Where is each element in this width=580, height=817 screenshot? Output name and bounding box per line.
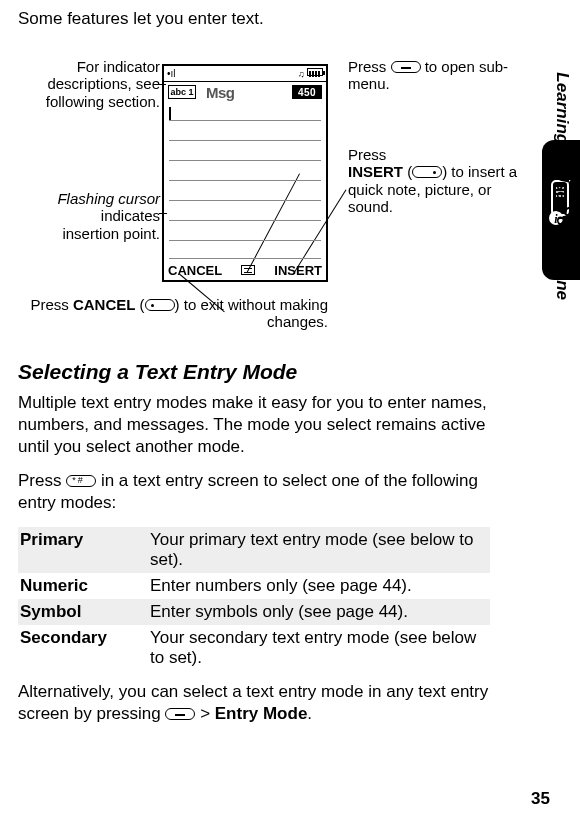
side-section-label: Learning to Use Your Phone bbox=[552, 72, 572, 300]
insert-pre: Press bbox=[348, 146, 386, 163]
entry-mode-table: Primary Your primary text entry mode (se… bbox=[18, 527, 490, 671]
cursor-rest: indicates insertion point. bbox=[62, 207, 160, 241]
table-row: Primary Your primary text entry mode (se… bbox=[18, 527, 490, 573]
left-softkey-icon bbox=[145, 299, 175, 311]
table-row: Secondary Your secondary text entry mode… bbox=[18, 625, 490, 671]
p3sep: > bbox=[195, 704, 214, 723]
callout-indicators: For indicator descriptions, see followin… bbox=[40, 58, 160, 110]
softkey-left[interactable]: CANCEL bbox=[168, 263, 222, 278]
callout-open-submenu: Press to open sub-menu. bbox=[348, 58, 518, 93]
title-row: abc 1 Msg 450 bbox=[164, 82, 326, 102]
mode-name: Primary bbox=[18, 527, 148, 573]
diagram: For indicator descriptions, see followin… bbox=[18, 50, 490, 340]
page-number: 35 bbox=[531, 789, 550, 809]
right-softkey-icon bbox=[412, 166, 442, 178]
mode-name: Secondary bbox=[18, 625, 148, 671]
hash-key-icon bbox=[66, 475, 96, 487]
section-heading: Selecting a Text Entry Mode bbox=[18, 360, 490, 384]
para-alternatively: Alternatively, you can select a text ent… bbox=[18, 681, 490, 725]
p2pre: Press bbox=[18, 471, 66, 490]
table-row: Numeric Enter numbers only (see page 44)… bbox=[18, 573, 490, 599]
insert-p1: ( bbox=[403, 163, 412, 180]
table-row: Symbol Enter symbols only (see page 44). bbox=[18, 599, 490, 625]
para-modes-intro: Multiple text entry modes make it easy f… bbox=[18, 392, 490, 458]
softkey-row: CANCEL INSERT bbox=[164, 260, 326, 280]
phone-screen: abc 1 Msg 450 CANCEL INSERT bbox=[162, 64, 328, 282]
vibrate-icon bbox=[298, 69, 305, 79]
mode-desc: Enter symbols only (see page 44). bbox=[148, 599, 490, 625]
status-bar bbox=[164, 66, 326, 82]
cursor-italic: Flashing cursor bbox=[57, 190, 160, 207]
battery-icon bbox=[307, 68, 323, 76]
callout-cursor: Flashing cursor indicates insertion poin… bbox=[40, 190, 160, 242]
text-cursor bbox=[169, 107, 171, 120]
menu-key-icon bbox=[165, 708, 195, 720]
cancel-label: CANCEL bbox=[73, 296, 136, 313]
entry-mode-indicator: abc 1 bbox=[168, 85, 196, 99]
screen-title: Msg bbox=[196, 84, 292, 101]
text-edit-area[interactable] bbox=[164, 102, 326, 260]
para-press-hash: Press in a text entry screen to select o… bbox=[18, 470, 490, 514]
callout-insert: Press INSERT () to insert a quick note, … bbox=[348, 146, 518, 215]
entry-mode-menu-item: Entry Mode bbox=[215, 704, 308, 723]
intro-text: Some features let you enter text. bbox=[18, 8, 490, 30]
menu-key-icon bbox=[391, 61, 421, 73]
cancel-p2: ) to exit without making changes. bbox=[175, 296, 328, 330]
cancel-pre: Press bbox=[30, 296, 73, 313]
open-pre: Press bbox=[348, 58, 391, 75]
mode-desc: Your primary text entry mode (see below … bbox=[148, 527, 490, 573]
cancel-p1: ( bbox=[135, 296, 144, 313]
mode-desc: Enter numbers only (see page 44). bbox=[148, 573, 490, 599]
insert-label: INSERT bbox=[348, 163, 403, 180]
mode-name: Numeric bbox=[18, 573, 148, 599]
char-count: 450 bbox=[292, 85, 322, 99]
softkey-menu-icon[interactable] bbox=[241, 265, 255, 275]
mode-desc: Your secondary text entry mode (see belo… bbox=[148, 625, 490, 671]
signal-icon bbox=[167, 68, 176, 79]
mode-name: Symbol bbox=[18, 599, 148, 625]
p3end: . bbox=[307, 704, 312, 723]
softkey-right[interactable]: INSERT bbox=[274, 263, 322, 278]
callout-cancel: Press CANCEL () to exit without making c… bbox=[18, 296, 328, 331]
